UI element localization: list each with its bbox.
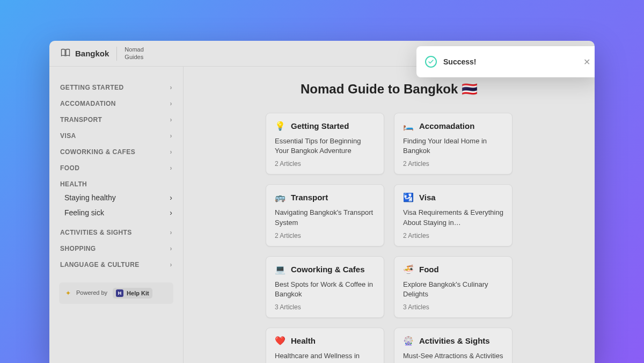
sidebar-item-activities-sights[interactable]: Activities & Sights ›	[59, 224, 173, 241]
card-title: Health	[291, 336, 316, 345]
sidebar-item-accomadation[interactable]: Accomadation ›	[59, 96, 173, 112]
sidebar-item-food[interactable]: Food ›	[59, 160, 173, 176]
bed-icon: 🛏️	[403, 121, 414, 131]
card-title: Transport	[291, 193, 328, 202]
tagline: Nomad Guides	[125, 46, 143, 60]
chevron-right-icon: ›	[170, 132, 172, 140]
main-content: Nomad Guide to Bangkok 🇹🇭 💡 Getting Star…	[184, 67, 595, 363]
card-title: Accomadation	[419, 121, 474, 130]
sidebar-item-getting-started[interactable]: Getting Started ›	[59, 79, 173, 96]
card-count: 2 Articles	[275, 160, 375, 168]
powered-label: Powered by	[76, 289, 107, 296]
card-desc: Healthcare and Wellness in Bangkok	[275, 351, 375, 363]
card-count: 2 Articles	[403, 232, 503, 239]
chevron-right-icon: ›	[170, 164, 172, 172]
bus-icon: 🚌	[275, 192, 286, 202]
cards-grid: 💡 Getting Started Essential Tips for Beg…	[266, 113, 513, 363]
card-coworking-cafes[interactable]: 💻 Coworking & Cafes Best Spots for Work …	[266, 256, 384, 318]
laptop-icon: 💻	[275, 264, 286, 274]
divider	[116, 47, 117, 61]
card-desc: Finding Your Ideal Home in Bangkok	[403, 136, 503, 156]
card-desc: Must-See Attractions & Activities in Ban…	[403, 351, 503, 363]
sidebar-item-transport[interactable]: Transport ›	[59, 112, 173, 128]
chevron-right-icon: ›	[170, 229, 172, 236]
card-title: Food	[419, 265, 439, 274]
brand-name: Bangkok	[75, 49, 109, 58]
sidebar-item-label: Visa	[60, 132, 76, 140]
tagline-line-1: Nomad	[125, 46, 143, 53]
sidebar-sub-feeling-sick[interactable]: Feeling sick ›	[59, 205, 173, 220]
ferris-wheel-icon: 🎡	[403, 336, 414, 346]
helpkit-icon: H	[116, 289, 123, 297]
helpkit-badge: H Help Kit	[113, 288, 152, 299]
chevron-right-icon: ›	[170, 100, 172, 107]
card-food[interactable]: 🍜 Food Explore Bangkok's Culinary Deligh…	[394, 256, 513, 318]
sidebar-item-label: Coworking & Cafes	[60, 148, 135, 156]
card-desc: Navigating Bangkok's Transport System	[275, 208, 375, 227]
sidebar-header-health: Health	[59, 176, 173, 190]
check-circle-icon	[425, 56, 437, 68]
card-getting-started[interactable]: 💡 Getting Started Essential Tips for Beg…	[266, 113, 384, 175]
chevron-right-icon: ›	[170, 84, 172, 91]
chevron-right-icon: ›	[170, 261, 172, 268]
sidebar-item-label: Feeling sick	[64, 208, 104, 217]
sidebar-item-language-culture[interactable]: Language & Culture ›	[59, 257, 173, 273]
card-title: Coworking & Cafes	[291, 265, 365, 274]
book-icon	[60, 47, 71, 60]
card-desc: Essential Tips for Beginning Your Bangko…	[275, 136, 375, 156]
success-toast: Success! ✕	[416, 46, 595, 77]
card-desc: Visa Requirements & Everything About Sta…	[403, 208, 503, 227]
card-title: Visa	[419, 193, 436, 202]
sidebar-item-label: Food	[60, 164, 79, 172]
card-activities-sights[interactable]: 🎡 Activities & Sights Must-See Attractio…	[394, 328, 513, 363]
sidebar-item-label: Language & Culture	[60, 261, 140, 268]
lightbulb-icon: 💡	[275, 121, 286, 131]
sidebar-item-label: Shopping	[60, 245, 96, 252]
card-count: 2 Articles	[275, 232, 375, 239]
brand[interactable]: Bangkok	[60, 47, 109, 60]
passport-icon: 🛂	[403, 192, 414, 202]
sidebar-item-visa[interactable]: Visa ›	[59, 128, 173, 144]
chevron-right-icon: ›	[170, 193, 172, 202]
page-title: Nomad Guide to Bangkok 🇹🇭	[203, 82, 575, 97]
app-frame: Bangkok Nomad Guides Getting Started › A…	[49, 41, 595, 363]
card-visa[interactable]: 🛂 Visa Visa Requirements & Everything Ab…	[394, 184, 513, 246]
tagline-line-2: Guides	[125, 54, 143, 61]
card-desc: Best Spots for Work & Coffee in Bangkok	[275, 280, 375, 299]
sidebar-item-shopping[interactable]: Shopping ›	[59, 241, 173, 257]
sidebar-item-label: Staying healthy	[64, 193, 116, 202]
sidebar-sub-staying-healthy[interactable]: Staying healthy ›	[59, 190, 173, 205]
chevron-right-icon: ›	[170, 208, 172, 217]
card-count: 2 Articles	[403, 160, 503, 168]
sidebar-item-label: Activities & Sights	[60, 229, 132, 236]
sidebar-item-label: Transport	[60, 116, 102, 124]
card-title: Getting Started	[291, 121, 349, 130]
chevron-right-icon: ›	[170, 116, 172, 124]
sidebar-header-label: Health	[60, 180, 87, 188]
helpkit-label: Help Kit	[127, 290, 149, 296]
card-desc: Explore Bangkok's Culinary Delights	[403, 280, 503, 299]
powered-by-badge[interactable]: ✦ Powered by H Help Kit	[59, 282, 173, 304]
sidebar: Getting Started › Accomadation › Transpo…	[49, 67, 184, 363]
close-button[interactable]: ✕	[583, 57, 590, 67]
sidebar-item-label: Accomadation	[60, 100, 116, 107]
noodles-icon: 🍜	[403, 264, 414, 274]
toast-message: Success!	[443, 57, 577, 66]
sidebar-item-coworking-cafes[interactable]: Coworking & Cafes ›	[59, 144, 173, 160]
heart-icon: ❤️	[275, 336, 286, 346]
card-accomadation[interactable]: 🛏️ Accomadation Finding Your Ideal Home …	[394, 113, 513, 175]
card-count: 3 Articles	[275, 303, 375, 311]
body: Getting Started › Accomadation › Transpo…	[49, 67, 595, 363]
card-count: 3 Articles	[403, 303, 503, 311]
card-title: Activities & Sights	[419, 336, 490, 345]
sparkle-icon: ✦	[65, 289, 71, 297]
card-health[interactable]: ❤️ Health Healthcare and Wellness in Ban…	[266, 328, 384, 363]
card-transport[interactable]: 🚌 Transport Navigating Bangkok's Transpo…	[266, 184, 384, 246]
chevron-right-icon: ›	[170, 245, 172, 252]
chevron-right-icon: ›	[170, 148, 172, 156]
sidebar-item-label: Getting Started	[60, 84, 123, 91]
